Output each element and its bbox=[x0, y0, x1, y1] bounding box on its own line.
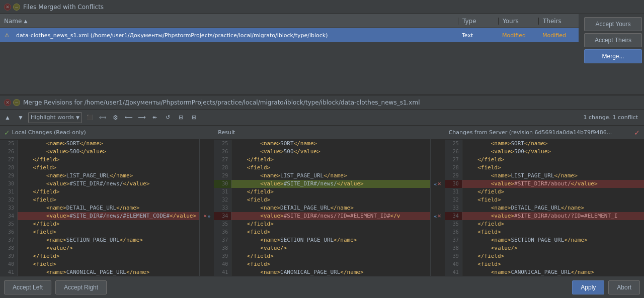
nav-down-btn[interactable]: ▼ bbox=[15, 112, 26, 123]
left-center-arrows: ✕ » bbox=[200, 126, 214, 276]
table-row: 29 <name>LIST_PAGE_URL</name> bbox=[445, 172, 644, 180]
table-row: 30 <value>#SITE_DIR#/news/</value> bbox=[214, 180, 430, 188]
abort-button[interactable]: Abort bbox=[608, 280, 640, 294]
accept-left-button[interactable]: Accept Left bbox=[4, 280, 51, 294]
chevron-down-icon: ▼ bbox=[76, 115, 79, 120]
table-row: 28 <field> bbox=[0, 164, 199, 172]
collapse-btn[interactable]: ⊟ bbox=[176, 112, 187, 123]
table-row: 26 <value>500</value> bbox=[445, 148, 644, 156]
bottom-right-buttons: Apply Abort bbox=[572, 280, 640, 294]
table-row: 40 <field> bbox=[445, 260, 644, 268]
left-reject-btn[interactable]: ✕ bbox=[203, 214, 207, 219]
refresh-btn[interactable]: ↺ bbox=[163, 112, 174, 123]
table-row: 25 <name>SORT</name> bbox=[445, 140, 644, 148]
revert-left-btn[interactable]: ⟵ bbox=[123, 112, 134, 123]
settings-btn[interactable]: ⚙ bbox=[110, 112, 121, 123]
status-text: 1 change. 1 conflict bbox=[583, 114, 642, 121]
window-title: Files Merged with Conflicts bbox=[23, 4, 104, 11]
merge-close-btn[interactable]: ✕ bbox=[4, 99, 11, 106]
header-theirs: Theirs bbox=[538, 18, 579, 25]
right-accept-34-btn[interactable]: « bbox=[434, 214, 437, 219]
toolbar: ▲ ▼ Highlight words ▼ ⬛ ⟺ ⚙ ⟵ ⟶ ↞ ↺ ⊟ ⊞ … bbox=[0, 110, 644, 126]
table-row: 36 <field> bbox=[214, 228, 430, 236]
table-row: 25 <name>SORT</name> bbox=[0, 140, 199, 148]
center-panel-content[interactable]: 25 <name>SORT</name> 26 <value>500</valu… bbox=[214, 140, 430, 276]
sync-scroll-btn[interactable]: ⟺ bbox=[97, 112, 108, 123]
table-row: 31 </field> bbox=[214, 188, 430, 196]
right-reject-30-btn[interactable]: ✕ bbox=[437, 181, 441, 186]
left-accept-btn[interactable]: » bbox=[208, 214, 211, 219]
table-row: 31 </field> bbox=[0, 188, 199, 196]
merge-button[interactable]: Merge... bbox=[584, 49, 642, 63]
apply-button[interactable]: Apply bbox=[572, 280, 604, 294]
minimize-btn[interactable]: − bbox=[13, 4, 20, 11]
merge-title: Merge Revisions for /home/user1/Документ… bbox=[23, 99, 420, 106]
header-yours: Yours bbox=[498, 18, 538, 25]
table-row: 40 <field> bbox=[0, 260, 199, 268]
right-panel: Changes from Server (revision 6d5691da0d… bbox=[445, 126, 644, 276]
merge-minimize-btn[interactable]: − bbox=[13, 99, 20, 106]
center-panel-header: Result bbox=[214, 126, 430, 140]
table-row: 39 </field> bbox=[214, 252, 430, 260]
table-row: 36 <field> bbox=[0, 228, 199, 236]
title-bar: ✕ − Files Merged with Conflicts bbox=[0, 0, 644, 14]
accept-theirs-button[interactable]: Accept Theirs bbox=[584, 33, 642, 47]
table-row: 33 <name>DETAIL_PAGE_URL</name> bbox=[214, 204, 430, 212]
right-panel-header: Changes from Server (revision 6d5691da0d… bbox=[445, 126, 644, 140]
table-row: 38 <value/> bbox=[0, 244, 199, 252]
right-accept-30-btn[interactable]: « bbox=[434, 181, 437, 187]
highlight-dropdown[interactable]: Highlight words ▼ bbox=[28, 112, 82, 123]
files-table: Name ▲ Type Yours Theirs ⚠ data-clothes_… bbox=[0, 14, 579, 42]
table-row: 37 <name>SECTION_PAGE_URL</name> bbox=[445, 236, 644, 244]
files-table-header: Name ▲ Type Yours Theirs bbox=[0, 14, 579, 28]
table-row: 38 <value/> bbox=[445, 244, 644, 252]
nav-up-btn[interactable]: ▲ bbox=[2, 112, 13, 123]
accept-yours-button[interactable]: Accept Yours bbox=[584, 17, 642, 31]
highlight-label: Highlight words bbox=[31, 114, 74, 121]
bottom-left-buttons: Accept Left Accept Right bbox=[4, 280, 107, 294]
accept-all-left-btn[interactable]: ↞ bbox=[149, 112, 160, 123]
bottom-bar: Accept Left Accept Right Apply Abort bbox=[0, 276, 644, 298]
center-panel: Result 25 <name>SORT</name> 26 <value>50… bbox=[214, 126, 430, 276]
table-row: 27 </field> bbox=[214, 156, 430, 164]
file-icon: ⚠ bbox=[2, 30, 12, 40]
center-panel-title: Result bbox=[218, 129, 235, 136]
table-row: 28 <field> bbox=[214, 164, 430, 172]
files-panel: Name ▲ Type Yours Theirs ⚠ data-clothes_… bbox=[0, 14, 644, 94]
toolbar-left: ▲ ▼ Highlight words ▼ ⬛ ⟺ ⚙ ⟵ ⟶ ↞ ↺ ⊟ ⊞ bbox=[2, 112, 200, 123]
table-row: 35 </field> bbox=[445, 220, 644, 228]
file-name: data-clothes_news_s1.xml (/home/user1/До… bbox=[14, 32, 458, 39]
table-row: 29 <name>LIST_PAGE_URL</name> bbox=[214, 172, 430, 180]
show-whitespace-btn[interactable]: ⬛ bbox=[84, 112, 95, 123]
table-row: 33 <name>DETAIL_PAGE_URL</name> bbox=[0, 204, 199, 212]
window-controls: ✕ − bbox=[4, 4, 20, 11]
table-row: 27 </field> bbox=[0, 156, 199, 164]
table-row: 41 <name>CANONICAL_PAGE_URL</name> bbox=[0, 268, 199, 276]
table-row: 25 <name>SORT</name> bbox=[214, 140, 430, 148]
right-panel-content[interactable]: 25 <name>SORT</name> 26 <value>500</valu… bbox=[445, 140, 644, 276]
left-panel-content[interactable]: 25 <name>SORT</name> 26 <value>500</valu… bbox=[0, 140, 199, 276]
table-row: 32 <field> bbox=[0, 196, 199, 204]
header-type: Type bbox=[458, 18, 498, 25]
close-btn[interactable]: ✕ bbox=[4, 4, 11, 11]
right-panel-title: Changes from Server (revision 6d5691da0d… bbox=[449, 129, 612, 136]
merge-window-controls: ✕ − bbox=[4, 99, 20, 106]
file-theirs: Modified bbox=[538, 32, 579, 39]
table-row: 39 </field> bbox=[0, 252, 199, 260]
merge-title-bar: ✕ − Merge Revisions for /home/user1/Доку… bbox=[0, 94, 644, 110]
table-row: 26 <value>500</value> bbox=[0, 148, 199, 156]
revert-right-btn[interactable]: ⟶ bbox=[136, 112, 147, 123]
table-row: 30 <value>#SITE_DIR#/news/</value> bbox=[0, 180, 199, 188]
right-reject-34-btn[interactable]: ✕ bbox=[437, 214, 441, 219]
table-row: 32 <field> bbox=[214, 196, 430, 204]
table-row: 35 </field> bbox=[0, 220, 199, 228]
table-row: 30 <value>#SITE_DIR#/about/</value> bbox=[445, 180, 644, 188]
action-buttons-panel: Accept Yours Accept Theirs Merge... bbox=[581, 14, 644, 66]
file-yours: Modified bbox=[498, 32, 538, 39]
left-panel: ✓ Local Changes (Read-only) 25 <name>SOR… bbox=[0, 126, 200, 276]
table-row: 36 <field> bbox=[445, 228, 644, 236]
expand-btn[interactable]: ⊞ bbox=[189, 112, 200, 123]
table-row: 32 <field> bbox=[445, 196, 644, 204]
file-row[interactable]: ⚠ data-clothes_news_s1.xml (/home/user1/… bbox=[0, 28, 579, 42]
accept-right-button[interactable]: Accept Right bbox=[55, 280, 107, 294]
